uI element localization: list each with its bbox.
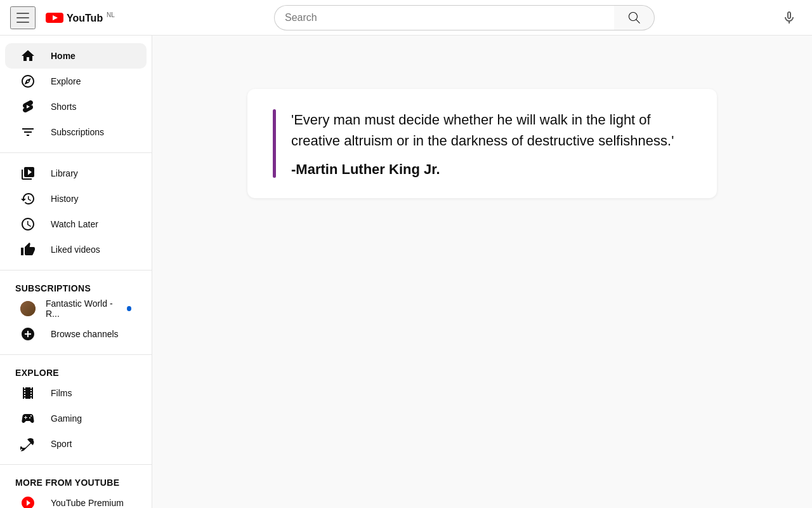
quote-content: 'Every man must decide whether he will w… <box>291 109 691 178</box>
header-left: YouTube NL <box>10 6 162 29</box>
sidebar: Home Explore Shorts Subscriptions <box>0 36 152 508</box>
search-button[interactable] <box>614 5 655 30</box>
sidebar-item-gaming[interactable]: Gaming <box>5 406 147 431</box>
yt-logo-icon: YouTube <box>46 11 103 24</box>
quote-author: -Martin Luther King Jr. <box>291 161 691 178</box>
quote-bar <box>273 109 276 178</box>
sidebar-item-home[interactable]: Home <box>5 43 147 69</box>
header: YouTube NL <box>0 0 812 36</box>
quote-card: 'Every man must decide whether he will w… <box>247 89 717 198</box>
sidebar-item-fantastic-world[interactable]: Fantastic World - R... <box>5 296 147 321</box>
sidebar-item-explore[interactable]: Explore <box>5 69 147 94</box>
sidebar-item-sport[interactable]: Sport <box>5 431 147 457</box>
subscriptions-section-title: SUBSCRIPTIONS <box>0 278 152 296</box>
new-content-dot <box>127 306 131 311</box>
sidebar-item-library[interactable]: Library <box>5 161 147 186</box>
liked-videos-icon <box>20 242 36 257</box>
fantastic-world-avatar <box>20 301 36 316</box>
main-content: 'Every man must decide whether he will w… <box>152 36 812 508</box>
films-icon <box>20 385 36 401</box>
sidebar-item-films[interactable]: Films <box>5 380 147 406</box>
browse-channels-icon <box>20 326 36 342</box>
sidebar-item-liked-videos-label: Liked videos <box>51 244 100 255</box>
sidebar-item-subscriptions-label: Subscriptions <box>51 127 104 137</box>
sidebar-item-browse-channels[interactable]: Browse channels <box>5 321 147 347</box>
divider-1 <box>0 152 152 153</box>
header-right <box>776 5 802 30</box>
divider-2 <box>0 270 152 271</box>
youtube-wordmark: YouTube <box>46 11 103 24</box>
gaming-icon <box>20 411 36 426</box>
explore-icon <box>20 74 36 89</box>
watch-later-icon <box>20 217 36 232</box>
youtube-logo[interactable]: YouTube NL <box>46 11 115 24</box>
sidebar-item-youtube-premium-label: YouTube Premium <box>51 498 124 508</box>
menu-button[interactable] <box>10 6 36 29</box>
history-icon <box>20 191 36 206</box>
sidebar-item-liked-videos[interactable]: Liked videos <box>5 237 147 262</box>
more-section-title: MORE FROM YOUTUBE <box>0 472 152 490</box>
sidebar-item-library-label: Library <box>51 168 78 178</box>
fantastic-world-label: Fantastic World - R... <box>46 298 117 319</box>
voice-search-button[interactable] <box>776 5 802 30</box>
country-badge: NL <box>107 11 115 18</box>
sidebar-item-shorts[interactable]: Shorts <box>5 94 147 119</box>
subscriptions-icon <box>20 124 36 140</box>
sport-icon <box>20 436 36 451</box>
shorts-icon <box>20 99 36 114</box>
main-layout: Home Explore Shorts Subscriptions <box>0 36 812 508</box>
sidebar-item-home-label: Home <box>51 51 75 61</box>
search-area <box>274 5 655 30</box>
browse-channels-label: Browse channels <box>51 329 119 339</box>
sidebar-item-films-label: Films <box>51 388 72 398</box>
sidebar-item-explore-label: Explore <box>51 76 81 86</box>
sidebar-item-history[interactable]: History <box>5 186 147 211</box>
divider-4 <box>0 464 152 465</box>
search-input[interactable] <box>274 5 614 30</box>
sidebar-item-history-label: History <box>51 194 79 204</box>
youtube-premium-icon <box>20 495 36 508</box>
quote-text: 'Every man must decide whether he will w… <box>291 109 691 151</box>
sidebar-item-subscriptions[interactable]: Subscriptions <box>5 119 147 145</box>
mic-icon <box>782 10 797 25</box>
sidebar-item-watch-later[interactable]: Watch Later <box>5 211 147 237</box>
sidebar-item-shorts-label: Shorts <box>51 102 76 112</box>
sidebar-item-sport-label: Sport <box>51 439 72 449</box>
home-icon <box>20 48 36 64</box>
search-form[interactable] <box>274 5 655 30</box>
search-icon <box>627 10 642 25</box>
divider-3 <box>0 354 152 355</box>
svg-text:YouTube: YouTube <box>67 13 103 23</box>
sidebar-item-youtube-premium[interactable]: YouTube Premium <box>5 490 147 508</box>
library-icon <box>20 166 36 181</box>
sidebar-item-watch-later-label: Watch Later <box>51 219 98 229</box>
explore-section-title: EXPLORE <box>0 363 152 380</box>
sidebar-item-gaming-label: Gaming <box>51 413 82 424</box>
